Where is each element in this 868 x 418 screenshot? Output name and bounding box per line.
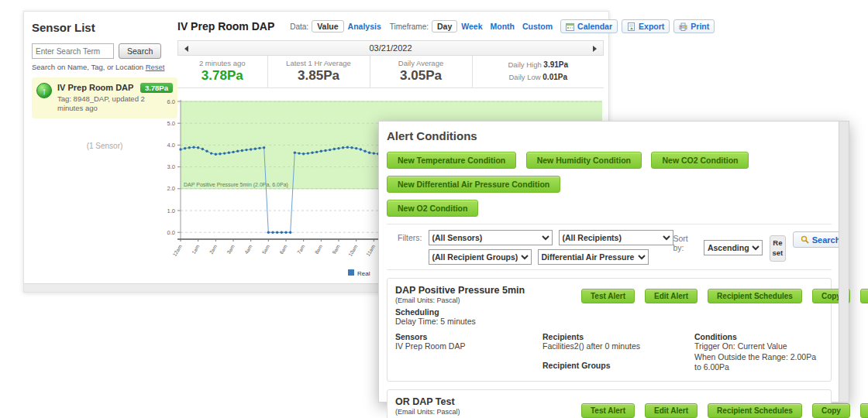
data-point [324, 149, 326, 152]
sensor-reading-badge: 3.78Pa [140, 83, 173, 93]
delete-alert-button[interactable]: Delete [860, 403, 868, 418]
data-point [192, 146, 195, 149]
x-tick-label: 5am [261, 244, 271, 255]
export-button[interactable]: Export [622, 19, 670, 33]
timeframe-month-link[interactable]: Month [491, 22, 515, 31]
data-value-button[interactable]: Value [312, 20, 343, 33]
x-tick-label: 12am [171, 244, 183, 258]
chart-title: IV Prep Room DAP [177, 20, 274, 33]
data-point [276, 231, 278, 234]
recipient-group-filter-select[interactable]: (All Recipient Groups) [429, 249, 532, 265]
data-point [184, 147, 186, 149]
export-icon [627, 22, 636, 31]
edit-alert-button[interactable]: Edit Alert [645, 289, 698, 303]
sensor-status-icon: ↑ [36, 83, 52, 98]
stat-daily-average: Daily Average 3.05Pa [370, 56, 472, 87]
stat-current: 2 minutes ago 3.78Pa [177, 56, 267, 87]
alert-conditions-title: Alert Conditions [387, 129, 832, 142]
print-button[interactable]: Print [673, 19, 715, 33]
date-navigation-bar: 03/21/2022 [177, 40, 604, 56]
data-point [263, 146, 265, 149]
data-point [245, 149, 247, 151]
new-humidity-condition-button[interactable]: New Humidity Condition [526, 152, 642, 169]
new-condition-buttons: New Temperature Condition New Humidity C… [387, 152, 832, 224]
x-tick-label: 4am [243, 244, 253, 255]
timeframe-day-button[interactable]: Day [432, 20, 457, 33]
data-label: Data: [290, 22, 308, 31]
test-alert-button[interactable]: Test Alert [581, 289, 635, 303]
reset-link[interactable]: Reset [146, 63, 165, 71]
data-point [350, 146, 353, 149]
legend-label: Real [357, 270, 370, 277]
calendar-icon [566, 22, 574, 31]
sensor-search-button[interactable]: Search [119, 43, 161, 59]
data-point [223, 152, 226, 154]
data-point [289, 231, 291, 234]
magnifier-icon [801, 235, 809, 244]
stat-daily-high-low: Daily High 3.91Pa Daily Low 0.01Pa [472, 56, 604, 87]
data-point [329, 149, 331, 151]
data-point [302, 152, 305, 155]
sensor-list-title: Sensor List [32, 21, 177, 34]
alert-conditions-window: Alert Conditions New Temperature Conditi… [378, 121, 849, 403]
data-point [254, 147, 257, 149]
calendar-button[interactable]: Calendar [560, 19, 618, 33]
data-point [284, 231, 287, 234]
timeframe-label: Timeframe: [390, 22, 429, 31]
current-reading-value: 3.78Pa [177, 68, 267, 84]
data-point [228, 152, 230, 154]
new-dap-condition-button[interactable]: New Differential Air Pressure Condition [387, 176, 560, 193]
data-analysis-link[interactable]: Analysis [348, 22, 381, 31]
sensor-detail: Tag: 8948_DAP, updated 2 minutes ago [57, 94, 147, 113]
data-point [267, 231, 270, 234]
band-annotation: DAP Positive Pressure 5min (2.0Pa, 6.0Pa… [184, 182, 288, 188]
condition-type-filter-select[interactable]: Differential Air Pressure [538, 249, 649, 265]
y-tick-label: 0.0 [167, 229, 175, 236]
vertical-scrollbar[interactable] [839, 122, 849, 402]
next-day-button[interactable] [593, 46, 597, 52]
timeframe-custom-link[interactable]: Custom [522, 22, 553, 31]
x-tick-label: 10am [347, 244, 359, 258]
data-point [258, 147, 260, 149]
recipient-schedules-button[interactable]: Recipient Schedules [708, 403, 802, 418]
data-point [179, 148, 181, 150]
x-tick-label: 8am [314, 244, 324, 255]
data-point [294, 152, 296, 154]
sensor-search-input[interactable] [32, 43, 114, 59]
data-point [236, 150, 239, 152]
data-point [210, 152, 212, 154]
data-point [188, 146, 191, 149]
data-point [315, 151, 318, 153]
copy-alert-button[interactable]: Copy [812, 403, 850, 418]
data-point [337, 147, 339, 149]
data-point [298, 152, 300, 154]
data-point [368, 152, 370, 154]
previous-day-button[interactable] [184, 46, 188, 52]
data-point [307, 152, 309, 154]
delete-alert-button[interactable]: Delete [860, 289, 868, 303]
filter-bar: Filters: (All Sensors) (All Recipients) … [387, 224, 832, 270]
data-point [241, 149, 243, 152]
y-tick-label: 5.0 [167, 120, 175, 127]
x-tick-label: 9am [331, 244, 341, 255]
stats-bar: 2 minutes ago 3.78Pa Latest 1 Hr Average… [177, 56, 604, 88]
new-o2-condition-button[interactable]: New O2 Condition [387, 200, 478, 217]
sensor-filter-select[interactable]: (All Sensors) [429, 230, 553, 245]
data-point [250, 148, 252, 150]
data-point [360, 148, 362, 150]
recipient-schedules-button[interactable]: Recipient Schedules [708, 289, 802, 303]
x-tick-label: 7am [296, 244, 306, 255]
data-point [197, 146, 199, 149]
reset-filters-button[interactable]: Reset [770, 235, 786, 262]
x-tick-label: 11am [365, 244, 376, 257]
daily-low-value: 0.01Pa [542, 73, 567, 81]
timeframe-week-link[interactable]: Week [461, 22, 482, 31]
test-alert-button[interactable]: Test Alert [581, 403, 635, 418]
y-tick-label: 2.0 [167, 185, 175, 192]
new-co2-condition-button[interactable]: New CO2 Condition [651, 152, 749, 169]
data-point [355, 147, 357, 149]
recipient-filter-select[interactable]: (All Recipients) [559, 230, 673, 245]
sort-order-select[interactable]: Ascending [704, 240, 763, 255]
new-temperature-condition-button[interactable]: New Temperature Condition [387, 152, 516, 169]
edit-alert-button[interactable]: Edit Alert [645, 403, 698, 418]
